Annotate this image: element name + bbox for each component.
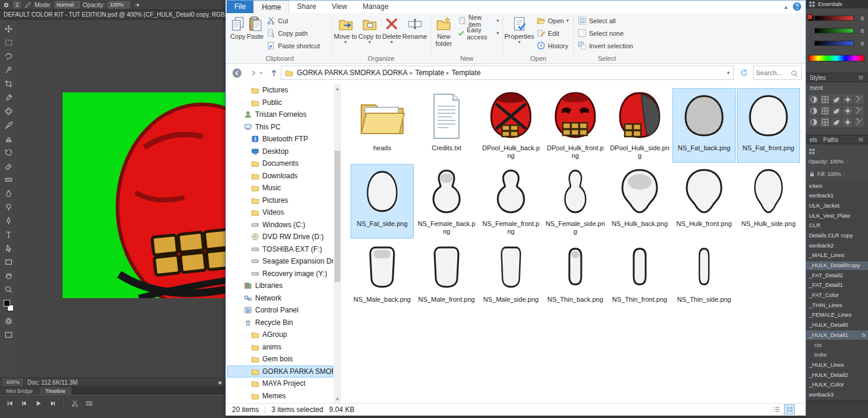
next-frame-button[interactable] — [46, 398, 58, 408]
mode-dropdown[interactable]: Normal▾ — [54, 1, 80, 8]
sidebar-item-memes[interactable]: Memes — [227, 390, 333, 402]
adjustment-icon[interactable] — [842, 106, 852, 116]
channel-value[interactable]: 0 — [855, 41, 864, 47]
file-item-ns-hulk-back-png[interactable]: NS_Hulk_back.png — [608, 164, 671, 239]
adjustment-icon[interactable] — [808, 106, 819, 116]
path-selection-tool[interactable] — [0, 241, 18, 255]
lasso-tool[interactable] — [0, 49, 18, 63]
sidebar-item-gorka-parka-smorka-d[interactable]: GORKA PARKA SMORKA D — [227, 366, 333, 378]
file-item-ns-fat-back-png[interactable]: NS_Fat_back.png — [672, 88, 736, 163]
channel-value[interactable]: 0 — [855, 16, 864, 21]
sidebar-item-anims[interactable]: anims — [227, 341, 333, 354]
file-item-ns-female-front-png[interactable]: NS_Female_front.png — [479, 164, 542, 239]
address-dropdown-icon[interactable]: ▾ — [727, 70, 730, 76]
sidebar-item-documents[interactable]: Documents — [227, 157, 333, 170]
sidebar-item-tristan-fornelos[interactable]: Tristan Fornelos — [227, 109, 333, 121]
sidebar-item-network[interactable]: Network — [227, 292, 333, 305]
copy-path-button[interactable]: Copy path — [264, 27, 322, 39]
easy-access-button[interactable]: Easy access▾ — [455, 27, 501, 39]
help-icon[interactable] — [792, 2, 802, 11]
breadcrumb-item[interactable]: Template — [451, 69, 482, 77]
layer-row-troke[interactable]: troke — [806, 351, 868, 361]
brush-tool[interactable] — [0, 118, 18, 132]
adjustment-icon[interactable] — [831, 94, 841, 104]
file-item-ns-hulk-side-png[interactable]: NS_Hulk_side.png — [737, 164, 800, 239]
color-swatches[interactable] — [0, 298, 18, 314]
dodge-tool[interactable] — [0, 200, 18, 214]
green-slider[interactable]: 0 — [807, 24, 867, 37]
panel-menu-icon[interactable] — [857, 136, 864, 143]
healing-brush-tool[interactable] — [0, 104, 18, 118]
navigation-scrollbar[interactable]: ▲ ▼ — [334, 84, 341, 403]
copy-to-button[interactable]: Copy to▾ — [358, 14, 382, 45]
slider-gradient-bar[interactable] — [814, 28, 854, 33]
details-view-button[interactable] — [771, 404, 782, 414]
open-button[interactable]: Open▾ — [534, 14, 571, 27]
layer-row-icken[interactable]: icken — [806, 181, 868, 191]
layer-row-eenback1[interactable]: eenback1 — [806, 191, 868, 202]
crop-tool[interactable] — [0, 77, 18, 91]
file-item-ns-female-side-png[interactable]: NS_Female_side.png — [544, 164, 607, 239]
sidebar-item-desktop[interactable]: Desktop — [227, 145, 333, 158]
tab-home[interactable]: Home — [253, 1, 289, 13]
sidebar-item-recovery-image-y[interactable]: Recovery image (Y:) — [227, 268, 333, 280]
sidebar-item-gem-bois[interactable]: Gem bois — [227, 353, 333, 366]
search-box[interactable] — [753, 66, 802, 80]
zoom-level-field[interactable]: 400% — [3, 379, 23, 386]
move-tool[interactable] — [0, 22, 18, 36]
file-item-ns-hulk-front-png[interactable]: NS_Hulk_front.png — [672, 164, 736, 239]
layer-row-hulk-detail0copy[interactable]: _HULK_Detail0copy — [806, 261, 868, 271]
thumbnail-view-button[interactable] — [784, 404, 795, 414]
back-button[interactable] — [230, 66, 244, 80]
layer-row-ulk-vest-plate[interactable]: ULK_Vest_Plate — [806, 211, 868, 221]
layer-row-cts[interactable]: cts — [806, 340, 868, 351]
adjustment-icon[interactable] — [831, 106, 841, 116]
file-item-dpool-hulk-back-png[interactable]: DPool_Hulk_back.png — [479, 88, 542, 163]
gradient-tool[interactable] — [0, 173, 18, 187]
layer-row-thin-lines[interactable]: _THIN_Lines — [806, 301, 868, 311]
zoom-tool[interactable] — [0, 283, 18, 296]
airbrush-icon[interactable] — [133, 1, 141, 9]
address-bar[interactable]: GORKA PARKA SMORKA DORKA▸Template▸Templa… — [281, 66, 734, 80]
file-item-ns-fat-side-png[interactable]: NS_Fat_side.png — [351, 164, 414, 239]
sidebar-item-toshiba-ext-f[interactable]: TOSHIBA EXT (F:) — [227, 243, 333, 256]
file-item-ns-thin-back-png[interactable]: NS_Thin_back.png — [544, 240, 607, 314]
file-item-ns-male-back-png[interactable]: NS_Male_back.png — [351, 240, 414, 314]
canvas[interactable] — [63, 92, 225, 298]
adjustment-icon[interactable] — [842, 94, 852, 104]
new-folder-button[interactable]: New folder — [432, 14, 455, 47]
paste-button[interactable]: Paste — [246, 14, 264, 40]
sidebar-item-this-pc[interactable]: This PC — [227, 121, 333, 134]
filter-type-icon[interactable] — [808, 148, 816, 155]
brush-preset-icon[interactable] — [2, 1, 10, 9]
channels-tab-label[interactable]: els — [810, 137, 817, 143]
sidebar-item-windows-c[interactable]: Windows (C:) — [227, 219, 333, 231]
first-frame-button[interactable] — [4, 398, 16, 408]
workspace-switcher[interactable]: Essentials — [806, 0, 868, 8]
file-item-credits-txt[interactable]: Credits.txt — [415, 88, 478, 163]
adjustment-icon[interactable] — [820, 117, 830, 127]
brush-panel-icon[interactable] — [24, 1, 32, 9]
tab-timeline[interactable]: Timeline — [39, 387, 72, 395]
file-item-ns-thin-front-png[interactable]: NS_Thin_front.png — [608, 240, 671, 314]
layer-row-hulk-detail1[interactable]: _HULK_Detail1fx — [806, 330, 868, 340]
layer-row-hulk-color[interactable]: _HULK_Color — [806, 380, 868, 391]
select-none-button[interactable]: Select none — [575, 27, 636, 39]
eyedropper-tool[interactable] — [0, 91, 18, 104]
status-flyout-arrow-icon[interactable]: ▶ — [219, 380, 222, 385]
sidebar-item-control-panel[interactable]: Control Panel — [227, 304, 333, 317]
sidebar-item-dvd-rw-drive-d[interactable]: DVD RW Drive (D:) — [227, 231, 333, 243]
channel-value[interactable]: 0 — [855, 28, 864, 34]
play-button[interactable] — [32, 398, 44, 408]
sidebar-item-agroup[interactable]: AGroup — [227, 329, 333, 341]
file-item-ns-female-back-png[interactable]: NS_Female_back.png — [415, 164, 478, 239]
tab-mini-bridge[interactable]: Mini Bridge — [0, 387, 39, 395]
search-input[interactable] — [756, 69, 790, 76]
breadcrumb-item[interactable]: GORKA PARKA SMORKA DORKA — [296, 69, 409, 77]
move-to-button[interactable]: Move to▾ — [333, 14, 358, 45]
paths-tab-label[interactable]: Paths — [823, 137, 839, 143]
pen-tool[interactable] — [0, 214, 18, 228]
fx-badge[interactable]: fx — [861, 330, 866, 340]
screen-mode-icon[interactable] — [0, 328, 18, 342]
scroll-down-icon[interactable]: ▼ — [334, 395, 341, 403]
